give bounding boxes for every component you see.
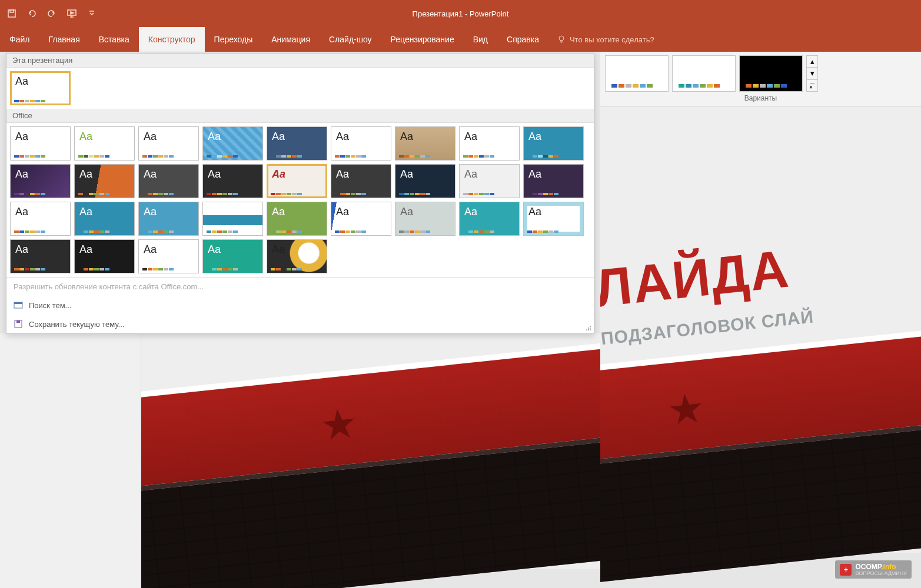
office-theme-thumb[interactable]: Aa xyxy=(267,239,327,273)
theme-aa-label: Aa xyxy=(79,243,92,256)
office-theme-thumb[interactable]: Aa xyxy=(138,202,199,236)
tab-transitions[interactable]: Переходы xyxy=(205,27,262,52)
office-theme-thumb[interactable]: Aa xyxy=(267,126,327,161)
variant-thumb[interactable] xyxy=(672,55,736,92)
theme-aa-label: Aa xyxy=(79,131,92,143)
office-theme-thumb[interactable]: Aa xyxy=(202,164,263,198)
color-swatch xyxy=(335,230,366,233)
theme-aa-label: Aa xyxy=(15,131,28,143)
office-theme-thumb[interactable]: Aa xyxy=(10,164,71,198)
theme-aa-label: Aa xyxy=(272,131,285,143)
this-theme-thumb[interactable]: Aa xyxy=(10,71,71,105)
lightbulb-icon xyxy=(557,35,566,44)
office-theme-thumb[interactable]: Aa xyxy=(459,126,520,161)
theme-aa-label: Aa xyxy=(79,168,92,181)
office-theme-thumb[interactable]: Aa xyxy=(74,202,135,236)
variants-up-button[interactable]: ▴ xyxy=(807,56,817,68)
office-theme-thumb[interactable]: Aa xyxy=(74,164,135,198)
color-swatch xyxy=(463,230,494,233)
theme-aa-label: Aa xyxy=(336,206,349,218)
office-theme-thumb[interactable]: Aa xyxy=(331,126,391,161)
theme-aa-label: Aa xyxy=(400,206,413,218)
browse-icon xyxy=(14,300,23,310)
variants-more-button[interactable]: —▾ xyxy=(807,80,817,91)
office-theme-thumb[interactable]: Aa xyxy=(459,202,520,236)
redo-button[interactable] xyxy=(46,8,58,19)
color-swatch xyxy=(399,230,430,233)
qat-customize-button[interactable] xyxy=(86,8,98,19)
office-theme-thumb[interactable]: Aa xyxy=(10,239,71,273)
theme-aa-label: Aa xyxy=(272,243,285,256)
tab-slideshow[interactable]: Слайд-шоу xyxy=(320,27,381,52)
office-theme-thumb[interactable]: Aa xyxy=(523,202,584,236)
variant-thumb[interactable] xyxy=(739,55,803,92)
tell-me-search[interactable]: Что вы хотите сделать? xyxy=(548,27,663,52)
quick-access-toolbar xyxy=(6,8,98,19)
theme-aa-label: Aa xyxy=(208,168,221,181)
color-swatch xyxy=(14,155,45,158)
theme-aa-label: Aa xyxy=(272,168,285,181)
office-theme-thumb[interactable]: Aa xyxy=(202,202,263,236)
office-theme-thumb[interactable]: Aa xyxy=(10,126,71,161)
tab-view[interactable]: Вид xyxy=(464,27,497,52)
office-theme-thumb[interactable]: Aa xyxy=(331,202,391,236)
variant-thumb[interactable] xyxy=(605,55,669,92)
office-theme-thumb[interactable]: Aa xyxy=(202,239,263,273)
undo-button[interactable] xyxy=(26,8,38,19)
office-theme-thumb[interactable]: Aa xyxy=(267,164,327,198)
title-bar: Презентация1 - PowerPoint xyxy=(0,0,921,27)
office-theme-thumb[interactable]: Aa xyxy=(395,164,455,198)
office-theme-thumb[interactable]: Aa xyxy=(138,164,199,198)
theme-aa-label: Aa xyxy=(144,131,157,143)
color-swatch xyxy=(611,84,653,88)
browse-themes-item[interactable]: Поиск тем... xyxy=(6,296,594,315)
star-icon: ★ xyxy=(318,399,360,450)
tab-home[interactable]: Главная xyxy=(39,27,89,52)
tab-insert[interactable]: Вставка xyxy=(89,27,139,52)
tab-review[interactable]: Рецензирование xyxy=(381,27,464,52)
svg-rect-0 xyxy=(8,10,15,17)
color-swatch xyxy=(78,230,109,233)
color-swatch xyxy=(207,193,238,195)
theme-aa-label: Aa xyxy=(464,206,477,218)
color-swatch xyxy=(746,84,787,88)
office-theme-thumb[interactable]: Aa xyxy=(331,164,391,198)
office-theme-thumb[interactable]: Aa xyxy=(138,126,199,161)
tab-file[interactable]: Файл xyxy=(0,27,39,52)
office-theme-thumb[interactable]: Aa xyxy=(74,239,135,273)
section-office: Office xyxy=(6,109,594,123)
save-button[interactable] xyxy=(6,8,18,19)
color-swatch xyxy=(78,268,109,270)
office-theme-thumb[interactable]: Aa xyxy=(395,126,455,161)
color-swatch xyxy=(14,230,45,233)
theme-aa-label: Aa xyxy=(528,131,541,143)
left-column: Эта презентация Aa Office AaAaAaAaAaAaAa… xyxy=(0,52,600,588)
present-from-start-button[interactable] xyxy=(66,8,78,19)
office-theme-thumb[interactable]: Aa xyxy=(523,126,584,161)
slide-canvas[interactable]: К СЛАЙДА ПОДЗАГОЛОВОК СЛАЙ ★ xyxy=(600,106,921,588)
office-theme-thumb[interactable]: Aa xyxy=(10,202,71,236)
content-area: Эта презентация Aa Office AaAaAaAaAaAaAa… xyxy=(0,52,921,588)
office-theme-thumb[interactable]: Aa xyxy=(74,126,135,161)
variants-label: Варианты xyxy=(605,92,916,105)
slide-thumbnails-pane[interactable] xyxy=(0,333,141,588)
watermark-badge: + OCOMP.info ВОПРОСЫ АДМИНУ xyxy=(835,560,912,579)
office-theme-thumb[interactable]: Aa xyxy=(202,126,263,161)
office-theme-thumb[interactable]: Aa xyxy=(267,202,327,236)
office-theme-thumb[interactable]: Aa xyxy=(523,164,584,198)
color-swatch xyxy=(271,268,302,270)
office-theme-thumb[interactable]: Aa xyxy=(459,164,520,198)
resize-grip-icon[interactable] xyxy=(586,325,591,331)
color-swatch xyxy=(142,155,174,158)
theme-aa-label: Aa xyxy=(15,75,28,88)
variants-down-button[interactable]: ▾ xyxy=(807,68,817,79)
variants-scroll-buttons: ▴▾—▾ xyxy=(806,55,818,92)
save-current-theme-item[interactable]: Сохранить текущую тему... xyxy=(6,315,594,333)
right-column: ▴▾—▾ Варианты К СЛАЙДА ПОДЗАГОЛОВОК СЛАЙ… xyxy=(600,52,921,588)
office-theme-thumb[interactable]: Aa xyxy=(395,202,455,236)
slide-canvas-left: ★ xyxy=(141,333,600,588)
tab-design[interactable]: Конструктор xyxy=(139,27,205,52)
tab-help[interactable]: Справка xyxy=(497,27,548,52)
tab-animations[interactable]: Анимация xyxy=(262,27,320,52)
office-theme-thumb[interactable]: Aa xyxy=(138,239,199,273)
